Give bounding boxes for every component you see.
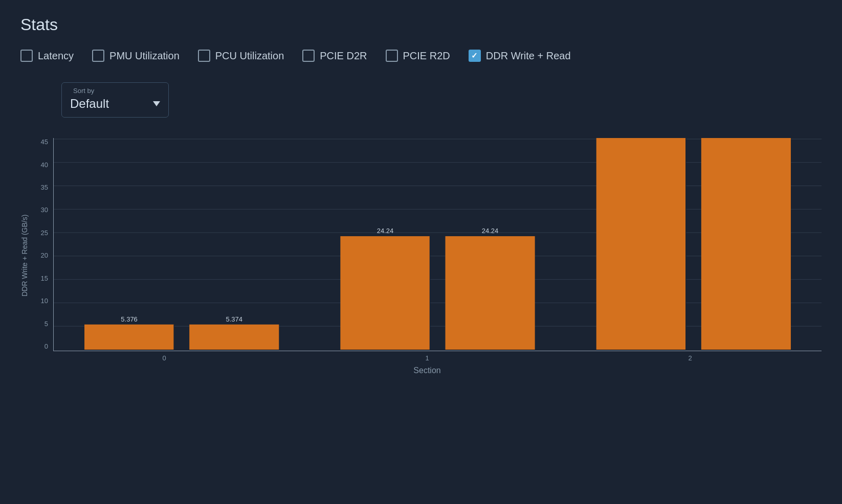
y-tick: 35 xyxy=(33,184,48,191)
filter-item-latency[interactable]: Latency xyxy=(20,50,74,62)
chevron-down-icon xyxy=(153,101,160,106)
checkbox-pcu[interactable] xyxy=(198,50,210,62)
y-tick: 30 xyxy=(33,206,48,214)
bar-label: 5.374 xyxy=(226,315,242,323)
y-tick: 40 xyxy=(33,161,48,169)
checkbox-pmu[interactable] xyxy=(92,50,104,62)
y-tick: 45 xyxy=(33,138,48,146)
sort-dropdown[interactable]: Default xyxy=(70,97,160,111)
x-label: 1 xyxy=(425,354,429,362)
bar xyxy=(596,138,686,350)
filter-label-ddr: DDR Write + Read xyxy=(486,50,571,62)
chart-inner: 051015202530354045 5.3765.37424.2424.244… xyxy=(33,138,822,373)
x-label: 0 xyxy=(162,354,166,362)
y-ticks: 051015202530354045 xyxy=(33,138,48,351)
filter-label-pcu: PCU Utilization xyxy=(215,50,284,62)
bars-svg: 5.3765.37424.2424.2445.7745.77 xyxy=(54,138,822,351)
y-tick: 15 xyxy=(33,274,48,282)
sort-by-label: Sort by xyxy=(70,87,160,95)
y-tick: 20 xyxy=(33,251,48,259)
sort-dropdown-wrapper: Sort by Default xyxy=(61,82,169,118)
sort-section: Sort by Default xyxy=(61,82,822,118)
bar xyxy=(701,138,791,350)
bar-label: 5.376 xyxy=(121,315,138,323)
sort-value: Default xyxy=(70,97,109,111)
filter-label-latency: Latency xyxy=(38,50,74,62)
bar xyxy=(84,325,174,350)
checkbox-ddr[interactable] xyxy=(469,50,481,62)
chart-bars-area: 5.3765.37424.2424.2445.7745.77 xyxy=(53,138,822,351)
checkbox-pcie_r2d[interactable] xyxy=(386,50,398,62)
checkbox-latency[interactable] xyxy=(20,50,33,62)
y-tick: 25 xyxy=(33,229,48,237)
y-tick: 5 xyxy=(33,320,48,328)
page-title: Stats xyxy=(20,15,822,34)
chart-container: DDR Write + Read (GB/s) 0510152025303540… xyxy=(20,138,822,373)
filters-row: LatencyPMU UtilizationPCU UtilizationPCI… xyxy=(20,50,822,62)
filter-item-ddr[interactable]: DDR Write + Read xyxy=(469,50,571,62)
x-axis-labels: 012 xyxy=(33,351,822,362)
checkbox-pcie_d2r[interactable] xyxy=(302,50,315,62)
x-label: 2 xyxy=(688,354,692,362)
bar-label: 24.24 xyxy=(377,227,394,235)
x-axis-title: Section xyxy=(33,366,822,375)
bar xyxy=(446,236,535,350)
filter-item-pmu[interactable]: PMU Utilization xyxy=(92,50,180,62)
chart-plot: 051015202530354045 5.3765.37424.2424.244… xyxy=(33,138,822,351)
y-axis-label: DDR Write + Read (GB/s) xyxy=(20,138,29,373)
filter-item-pcu[interactable]: PCU Utilization xyxy=(198,50,284,62)
filter-label-pcie_d2r: PCIE D2R xyxy=(320,50,367,62)
filter-item-pcie_r2d[interactable]: PCIE R2D xyxy=(386,50,450,62)
bar xyxy=(340,236,430,350)
filter-label-pmu: PMU Utilization xyxy=(109,50,180,62)
filter-item-pcie_d2r[interactable]: PCIE D2R xyxy=(302,50,367,62)
y-tick: 10 xyxy=(33,297,48,305)
filter-label-pcie_r2d: PCIE R2D xyxy=(403,50,450,62)
bar xyxy=(189,325,279,350)
bar-label: 24.24 xyxy=(482,227,499,235)
y-tick: 0 xyxy=(33,342,48,350)
